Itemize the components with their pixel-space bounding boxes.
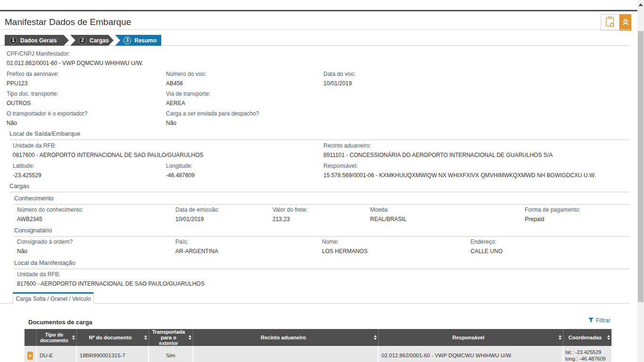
coordenadas-long: long.: -46.487609	[565, 355, 606, 362]
filter-link[interactable]: Filtrar	[588, 317, 611, 324]
table-row: + DU-E 18BR990001315-7 Sim 02.012.862/00…	[25, 346, 611, 362]
prefixo-label: Prefixo da aeronave:	[7, 71, 59, 77]
responsavel-value: 15.578.569/0001-06 - KXMKHUUQXMWIQW NX W…	[323, 172, 596, 179]
recinto-aduaneiro-value: 8911101 - CONCESSIONÁRIA DO AEROPORTO IN…	[323, 152, 553, 158]
numero-voo-value: AB456	[166, 80, 206, 87]
section-local-manifestacao: Local da Manifestação	[14, 259, 630, 269]
wizard-steps: 1 Dados Gerais 2 Cargas 3 Resumo	[5, 35, 161, 46]
transportador-exportador-label: O transportador é o exportador?	[7, 110, 87, 117]
field-latitude: Latitude: -23.425529	[13, 163, 41, 179]
page: Manifestar Dados de Embarque 1 Dados Ger…	[0, 0, 644, 362]
sort-icon[interactable]	[189, 335, 191, 340]
sort-icon[interactable]	[72, 335, 75, 340]
carga-despacho-label: Carga a ser enviada para despacho?	[166, 110, 259, 117]
field-forma-pagamento: Forma de pagamento: Prepaid	[525, 206, 580, 222]
clipboard-search-button[interactable]	[601, 14, 619, 31]
unidade-rfb-value: 0817600 - AEROPORTO INTERNACIONAL DE SAO…	[13, 152, 203, 158]
cell-coordenadas: lat.: -23.425529 long.: -46.487609	[563, 346, 611, 362]
unidade-rfb-manifestacao-label: Unidade da RFB:	[17, 271, 205, 278]
field-via-transporte: Via de transporte: AEREA	[166, 90, 211, 107]
forma-pagamento-label: Forma de pagamento:	[525, 206, 580, 213]
cell-numero-documento: 18BR990001315-7	[77, 346, 149, 362]
header-label: Tipo de documento	[39, 332, 70, 343]
header-numero-documento[interactable]: Nº do documento	[77, 329, 149, 346]
data-emissao-label: Data de emissão:	[175, 206, 219, 213]
valor-frete-value: 213,23	[272, 216, 307, 222]
header-label: Coordenadas	[569, 335, 602, 340]
field-endereco: Endereço: CALLE UNO	[471, 239, 503, 255]
field-recinto-aduaneiro: Recinto aduaneiro: 8911101 - CONCESSIONÁ…	[323, 142, 553, 158]
cpf-cnpj-label: CPF/CNPJ Manifestador:	[7, 50, 143, 57]
field-unidade-rfb-manifestacao: Unidade da RFB: 817600 - AEROPORTO INTER…	[17, 271, 205, 287]
header-tipo-documento[interactable]: Tipo de documento	[37, 329, 77, 346]
cell-tipo-documento: DU-E	[37, 346, 77, 362]
filter-label: Filtrar	[596, 317, 611, 324]
field-prefixo-aeronave: Prefixo da aeronave: PPU123	[7, 71, 59, 87]
pais-label: País:	[175, 239, 218, 245]
sort-icon[interactable]	[374, 335, 377, 340]
cell-expander: +	[25, 346, 37, 362]
field-transportador-exportador: O transportador é o exportador? Não	[7, 110, 87, 126]
section-conhecimento: Conhecimento	[14, 195, 630, 205]
responsavel-label: Responsável:	[323, 163, 596, 169]
header-recinto-aduaneiro[interactable]: Recinto aduaneiro	[193, 329, 379, 346]
wizard-step-resumo-active[interactable]: 3 Resumo	[115, 35, 161, 46]
sort-icon[interactable]	[144, 335, 147, 340]
table-title: Documentos de carga	[28, 319, 92, 326]
recinto-aduaneiro-label: Recinto aduaneiro:	[323, 142, 553, 149]
step-number-badge: 1	[9, 37, 17, 44]
nome-value: LOS HERMANOS	[322, 248, 368, 255]
unidade-rfb-manifestacao-value: 817600 - AEROPORTO INTERNACIONAL DE SAO …	[17, 280, 205, 287]
prefixo-value: PPU123	[7, 80, 59, 87]
filter-icon	[588, 317, 594, 324]
latitude-value: -23.425529	[13, 172, 41, 179]
chevrons-up-icon	[622, 17, 629, 28]
consignado-ordem-value: Não	[17, 248, 73, 255]
transportador-exportador-value: Não	[7, 120, 87, 126]
header-expander	[25, 329, 37, 346]
wizard-step-dados-gerais[interactable]: 1 Dados Gerais	[5, 35, 69, 46]
tab-baseline	[0, 303, 630, 304]
tab-carga-solta-granel-veiculo[interactable]: Carga Solta / Granel / Veículo	[13, 292, 94, 304]
header-transportada-exterior[interactable]: Transportada para o exterior	[149, 329, 193, 346]
header-label: Transportada para o exterior	[151, 329, 186, 346]
nome-label: Nome:	[322, 239, 368, 245]
scrollbar-thumb[interactable]	[638, 31, 644, 302]
cell-transportada: Sim	[149, 346, 193, 362]
numero-conhecimento-label: Número do conhecimento:	[17, 206, 83, 213]
step-label: Cargas	[90, 37, 109, 44]
numero-voo-label: Número do voo:	[166, 71, 206, 77]
expand-row-button[interactable]: +	[27, 352, 33, 360]
step-number-badge: 3	[124, 37, 131, 44]
field-cpf-cnpj-manifestador: CPF/CNPJ Manifestador: 02.012.862/0001-6…	[7, 50, 143, 66]
clipboard-search-icon	[605, 16, 615, 29]
wizard-step-cargas[interactable]: 2 Cargas	[70, 35, 114, 46]
field-valor-frete: Valor do frete: 213,23	[272, 206, 307, 222]
tipo-doc-label: Tipo doc. transporte:	[7, 90, 58, 97]
field-unidade-rfb-saida: Unidade da RFB: 0817600 - AEROPORTO INTE…	[13, 142, 203, 158]
header-coordenadas[interactable]: Coordenadas	[563, 329, 611, 346]
title-divider	[0, 29, 630, 30]
section-local-saida-embarque: Local de Saída/Embarque	[9, 130, 630, 140]
top-divider	[0, 10, 637, 11]
step-number-badge: 2	[79, 37, 86, 44]
field-responsavel: Responsável: 15.578.569/0001-06 - KXMKHU…	[323, 163, 596, 179]
longitude-value: -46.487609	[166, 172, 195, 179]
unidade-rfb-label: Unidade da RFB:	[13, 142, 203, 149]
field-carga-despacho: Carga a ser enviada para despacho? Não	[166, 110, 259, 126]
scrollbar-track[interactable]	[637, 0, 644, 362]
data-voo-value: 10/01/2019	[323, 80, 355, 87]
sort-icon[interactable]	[607, 335, 610, 340]
latitude-label: Latitude:	[13, 163, 41, 169]
data-emissao-value: 10/01/2019	[175, 216, 219, 222]
sort-icon[interactable]	[559, 335, 561, 340]
tipo-doc-value: OUTROS	[7, 100, 58, 107]
field-data-emissao: Data de emissão: 10/01/2019	[175, 206, 219, 222]
collapse-button[interactable]	[619, 14, 631, 31]
valor-frete-label: Valor do frete:	[272, 206, 307, 213]
carga-despacho-value: Não	[166, 120, 259, 126]
scrollbar-up-arrow[interactable]	[638, 3, 643, 6]
header-label: Responsável	[453, 335, 485, 340]
via-transporte-label: Via de transporte:	[166, 90, 211, 97]
header-responsavel[interactable]: Responsável	[379, 329, 563, 346]
